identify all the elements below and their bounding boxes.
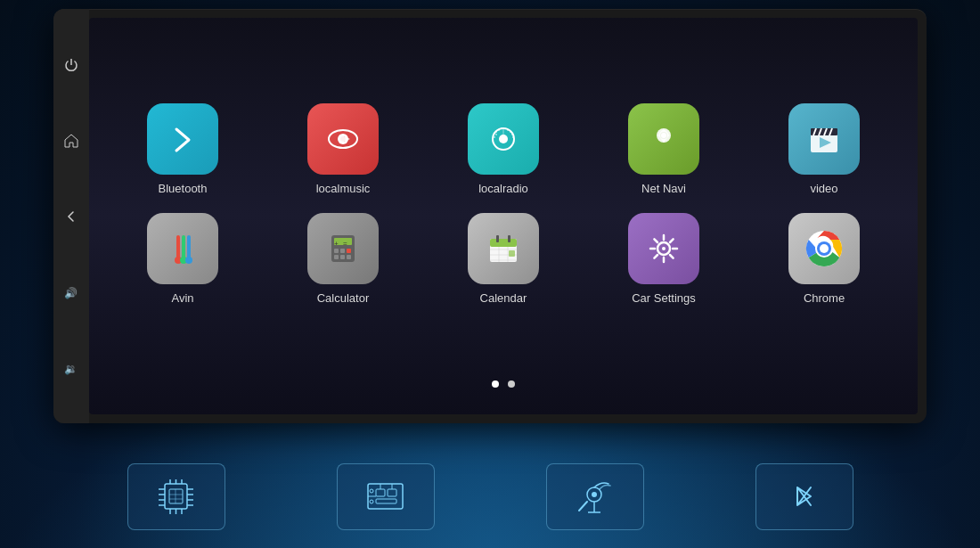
svg-line-62 [654, 255, 657, 258]
svg-rect-36 [340, 249, 345, 253]
app-carsettings[interactable]: Car Settings [597, 213, 731, 305]
svg-rect-37 [347, 249, 351, 253]
app-bluetooth[interactable]: Bluetooth [116, 103, 249, 195]
svg-rect-38 [334, 255, 339, 259]
app-avin[interactable]: Avin [116, 213, 249, 305]
svg-point-92 [370, 489, 373, 493]
screen: Bluetooth localmusic [89, 18, 918, 414]
netnavi-icon-bg [628, 103, 699, 175]
svg-rect-88 [388, 489, 396, 496]
video-icon-bg [788, 103, 860, 175]
svg-point-66 [820, 244, 829, 253]
page-dot-1[interactable] [492, 380, 499, 388]
svg-rect-50 [496, 235, 499, 242]
back-button[interactable] [59, 204, 84, 229]
localradio-symbol [481, 117, 526, 161]
svg-line-61 [670, 239, 674, 242]
svg-rect-82 [169, 489, 183, 503]
app-localmusic[interactable]: localmusic [276, 103, 410, 195]
netnavi-symbol [641, 117, 686, 161]
video-label: video [810, 182, 837, 195]
svg-point-10 [501, 127, 502, 129]
calendar-symbol [481, 226, 526, 271]
svg-point-93 [370, 500, 373, 503]
page-dot-2[interactable] [508, 380, 515, 388]
avin-symbol [160, 226, 205, 271]
bottom-features [71, 463, 909, 530]
svg-point-14 [511, 134, 513, 135]
svg-point-54 [662, 247, 666, 250]
svg-text:🔉: 🔉 [64, 362, 78, 375]
svg-point-11 [495, 134, 497, 135]
carsettings-icon-bg [628, 213, 699, 284]
app-chrome[interactable]: Chrome [757, 213, 891, 305]
localradio-icon-bg [468, 103, 539, 175]
chrome-symbol [799, 224, 849, 274]
avin-label: Avin [171, 291, 193, 305]
app-calendar[interactable]: Calendar [437, 213, 570, 305]
svg-point-15 [512, 136, 514, 138]
video-symbol [802, 117, 846, 161]
bluetooth-symbol [160, 117, 205, 161]
app-calculator[interactable]: + = Calculator [276, 213, 410, 305]
localradio-label: localradio [478, 182, 528, 195]
calculator-symbol: + = [321, 226, 365, 271]
feature-bluetooth[interactable] [755, 463, 853, 530]
vol-down-button[interactable]: 🔉 [59, 356, 84, 380]
svg-rect-52 [509, 250, 515, 257]
svg-rect-89 [376, 499, 396, 503]
car-unit: RST 🔊 🔉 [53, 9, 927, 423]
svg-point-9 [498, 129, 500, 131]
chrome-label: Chrome [804, 291, 845, 305]
svg-point-19 [661, 133, 666, 138]
localmusic-symbol [321, 117, 365, 161]
feature-cpu[interactable] [127, 463, 225, 530]
localmusic-icon-bg [307, 103, 379, 175]
svg-rect-40 [347, 255, 351, 259]
carsettings-symbol [641, 226, 686, 271]
calculator-icon-bg: + = [307, 213, 379, 284]
svg-line-59 [654, 239, 657, 242]
avin-icon-bg [147, 213, 218, 284]
svg-rect-39 [340, 255, 345, 259]
svg-point-13 [510, 131, 511, 133]
board-icon [361, 477, 410, 517]
bluetooth-feature-icon [780, 477, 829, 517]
feature-board[interactable] [337, 463, 435, 530]
app-netnavi[interactable]: Net Navi [597, 103, 731, 195]
svg-rect-67 [165, 484, 187, 509]
svg-rect-51 [508, 235, 510, 242]
feature-gps[interactable] [546, 463, 644, 530]
side-buttons: 🔊 🔉 [53, 9, 89, 423]
vol-up-button[interactable]: 🔊 [59, 280, 84, 305]
svg-point-12 [494, 136, 495, 138]
bluetooth-label: Bluetooth [159, 182, 208, 195]
svg-rect-87 [376, 489, 385, 496]
page-dots [492, 380, 515, 388]
calculator-label: Calculator [317, 291, 370, 305]
svg-point-96 [592, 492, 597, 497]
svg-point-8 [495, 131, 497, 133]
calendar-icon-bg [468, 213, 539, 284]
app-localradio[interactable]: localradio [437, 103, 570, 195]
app-grid: Bluetooth localmusic [116, 36, 891, 372]
bluetooth-icon-bg [147, 103, 218, 175]
gps-icon [570, 477, 619, 517]
carsettings-label: Car Settings [632, 291, 696, 305]
localmusic-label: localmusic [316, 182, 371, 195]
svg-rect-35 [334, 249, 339, 253]
cpu-icon [151, 477, 200, 517]
svg-text:+: + [334, 240, 339, 248]
home-button[interactable] [59, 128, 84, 153]
app-video[interactable]: video [757, 103, 891, 195]
power-button[interactable] [59, 53, 84, 78]
svg-rect-44 [490, 239, 517, 247]
calendar-label: Calendar [480, 291, 527, 305]
svg-point-32 [185, 257, 192, 264]
svg-text:=: = [343, 240, 347, 248]
chrome-icon-bg [788, 213, 860, 284]
svg-line-60 [670, 255, 674, 258]
netnavi-label: Net Navi [641, 182, 686, 195]
svg-point-16 [507, 129, 509, 131]
svg-text:🔊: 🔊 [64, 286, 78, 299]
